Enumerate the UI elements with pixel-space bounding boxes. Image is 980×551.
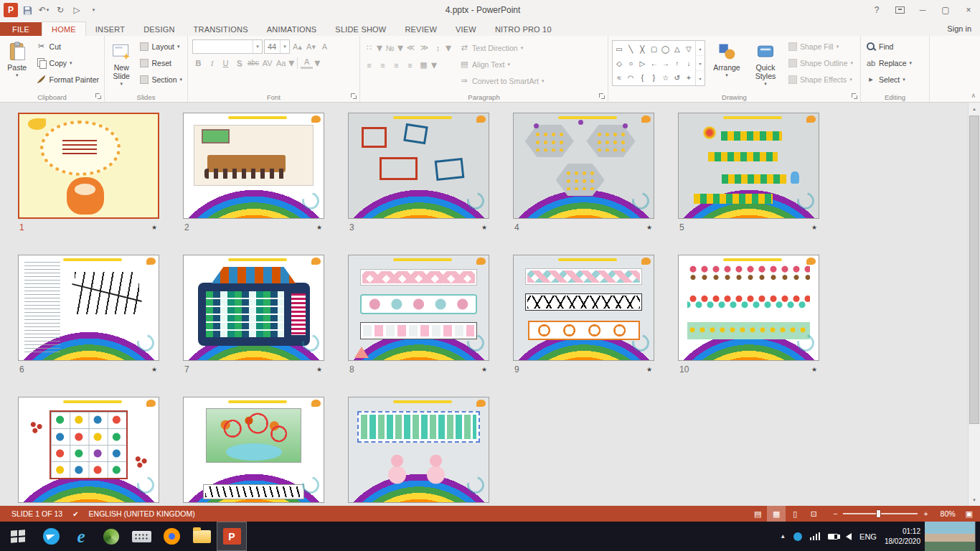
input-language-indicator[interactable]: ENG (859, 532, 877, 541)
undo-button[interactable]: ↶▾ (37, 3, 51, 17)
italic-button[interactable]: I (206, 56, 218, 70)
slide-sorter-view-button[interactable]: ▦ (767, 506, 786, 522)
slide-thumbnail[interactable]: 8 ★ (348, 255, 489, 375)
slide-thumbnail[interactable]: 4 ★ (513, 113, 654, 233)
quick-styles-button[interactable]: Quick Styles ▾ (746, 38, 785, 92)
shape-fill-button[interactable]: Shape Fill ▾ (785, 38, 857, 55)
copy-button[interactable]: Copy ▾ (33, 55, 103, 71)
tray-expand-icon[interactable]: ▲ (780, 533, 786, 540)
shape-option[interactable]: ◯ (661, 45, 669, 53)
fit-to-window-button[interactable]: ▣ (963, 509, 980, 519)
increase-indent-button[interactable]: ≫ (418, 41, 430, 55)
language-status[interactable]: ENGLISH (UNITED KINGDOM) (89, 509, 195, 518)
layout-button[interactable]: Layout ▾ (136, 38, 186, 55)
slide-show-button[interactable]: ⊡ (804, 506, 823, 522)
font-dialog-launcher[interactable] (351, 93, 357, 100)
powerpoint-app-icon[interactable]: P (4, 3, 18, 17)
text-direction-button[interactable]: ⇄ Text Direction ▾ (456, 39, 547, 56)
slide-thumbnail-image[interactable] (513, 255, 654, 361)
slide-thumbnail-image[interactable] (678, 113, 819, 219)
ribbon-display-options-button[interactable] (888, 0, 911, 20)
shape-option[interactable]: ≈ (617, 74, 621, 82)
slide-thumbnail-image[interactable] (183, 113, 324, 219)
align-center-button[interactable]: ≡ (377, 58, 389, 72)
close-button[interactable]: × (957, 0, 980, 20)
paragraph-dialog-launcher[interactable] (599, 93, 606, 100)
redo-button[interactable]: ↻ (53, 3, 67, 17)
font-size-combobox[interactable]: 44 ▾ (264, 39, 290, 54)
section-button[interactable]: Section ▾ (136, 71, 186, 88)
zoom-slider[interactable] (843, 513, 918, 514)
shape-option[interactable]: ▽ (686, 45, 692, 53)
line-spacing-button[interactable]: ↕ (432, 41, 444, 55)
shape-effects-button[interactable]: Shape Effects ▾ (785, 71, 857, 88)
scroll-up-icon[interactable]: ▴ (969, 103, 980, 115)
slide-thumbnail-image[interactable] (678, 255, 819, 361)
align-right-button[interactable]: ≡ (390, 58, 402, 72)
drawing-dialog-launcher[interactable] (852, 93, 858, 100)
slide-thumbnail[interactable]: 12 ★ (183, 397, 324, 506)
shape-option[interactable]: ◇ (616, 60, 622, 67)
tab-file[interactable]: FILE (0, 22, 42, 36)
slide-thumbnail-image[interactable] (183, 255, 324, 361)
convert-to-smartart-button[interactable]: ⇒ Convert to SmartArt ▾ (456, 72, 547, 89)
arrange-button[interactable]: Arrange ▾ (707, 38, 746, 92)
vertical-scrollbar[interactable]: ▴ ▾ (968, 103, 980, 506)
slide-thumbnail-image[interactable] (348, 113, 489, 219)
slide-thumbnail[interactable]: 13 ★ (348, 397, 489, 506)
shape-option[interactable]: } (653, 74, 655, 82)
taskbar-firefox[interactable] (156, 522, 187, 551)
slide-thumbnail[interactable]: 3 ★ (348, 113, 489, 233)
reading-view-button[interactable]: ▯ (786, 506, 804, 522)
chevron-down-icon[interactable]: ▾ (253, 40, 262, 53)
align-text-button[interactable]: ▤ Align Text ▾ (456, 56, 547, 72)
slide-thumbnail-image[interactable] (348, 397, 489, 503)
clear-formatting-button[interactable]: A (319, 40, 331, 54)
taskbar-download-manager[interactable] (96, 522, 126, 551)
justify-button[interactable]: ≡ (404, 58, 416, 72)
character-spacing-button[interactable]: AV (261, 56, 273, 70)
tab-animations[interactable]: ANIMATIONS (258, 22, 326, 36)
taskbar-internet-explorer[interactable]: e (66, 522, 96, 551)
taskbar-telegram[interactable] (36, 522, 66, 551)
slide-thumbnail[interactable]: 6 ★ (18, 255, 159, 375)
tab-insert[interactable]: INSERT (86, 22, 134, 36)
new-slide-button[interactable]: New Slide ▾ (106, 38, 136, 92)
cut-button[interactable]: ✂ Cut (33, 38, 103, 55)
spell-check-icon[interactable]: ✔ (72, 510, 78, 518)
zoom-in-button[interactable]: + (923, 509, 928, 518)
gallery-more-icon[interactable]: ▾ (696, 70, 705, 85)
taskbar-clock[interactable]: 01:12 18/02/2020 (885, 527, 920, 546)
strikethrough-button[interactable]: abc (247, 56, 260, 70)
slide-thumbnail-image[interactable] (183, 397, 324, 503)
clipboard-dialog-launcher[interactable] (95, 93, 102, 100)
taskbar-on-screen-keyboard[interactable] (126, 522, 156, 551)
shape-option[interactable]: ▢ (651, 45, 657, 53)
volume-icon[interactable] (846, 533, 852, 540)
format-painter-button[interactable]: Format Painter (33, 71, 103, 88)
tab-home[interactable]: HOME (42, 22, 86, 36)
shape-option[interactable]: ◠ (628, 74, 634, 82)
slide-thumbnail[interactable]: 5 ★ (678, 113, 819, 233)
tab-design[interactable]: DESIGN (134, 22, 184, 36)
select-button[interactable]: ▸ Select ▾ (862, 71, 928, 88)
shape-option[interactable]: ○ (628, 60, 633, 67)
shape-option[interactable]: { (641, 74, 644, 82)
shape-option[interactable]: ▭ (616, 45, 622, 53)
text-shadow-button[interactable]: S (233, 56, 245, 70)
font-color-button[interactable]: A (301, 57, 313, 69)
restore-button[interactable]: ▢ (934, 0, 957, 20)
help-button[interactable]: ? (865, 0, 888, 20)
shape-option[interactable]: ← (650, 60, 657, 67)
replace-button[interactable]: ab Replace ▾ (862, 55, 928, 71)
start-button[interactable] (0, 522, 36, 551)
minimize-button[interactable]: ─ (911, 0, 934, 20)
align-left-button[interactable]: ≡ (363, 58, 375, 72)
tab-view[interactable]: VIEW (446, 22, 486, 36)
taskbar-file-explorer[interactable] (187, 522, 217, 551)
columns-button[interactable]: ▦ (418, 58, 430, 72)
change-case-button[interactable]: Aa (275, 56, 287, 70)
gallery-up-icon[interactable]: ▴ (696, 41, 705, 55)
slide-thumbnail-image[interactable] (18, 397, 159, 503)
chevron-down-icon[interactable]: ▾ (280, 40, 289, 53)
